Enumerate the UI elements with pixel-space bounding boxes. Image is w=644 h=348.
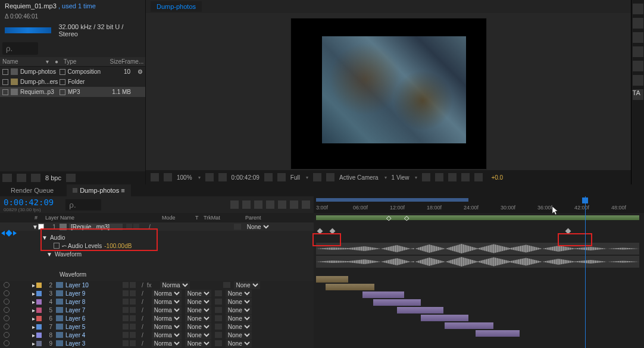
playhead[interactable] xyxy=(585,196,586,348)
trkmat[interactable]: None xyxy=(185,298,211,306)
pickwhip-icon[interactable] xyxy=(215,307,222,313)
layer-bar[interactable] xyxy=(326,284,374,290)
layer-row[interactable]: ▸3Layer 9/NormalNoneNone xyxy=(0,289,314,297)
pickwhip-icon[interactable] xyxy=(215,324,222,330)
timecode[interactable]: 0:00:42:09 xyxy=(4,197,54,207)
trkmat[interactable]: None xyxy=(185,315,211,322)
layer-row[interactable]: ▸9Layer 3/NormalNoneNone xyxy=(0,339,314,347)
viewer-tab[interactable]: Dump-photos xyxy=(151,1,202,12)
snapshot-icon[interactable] xyxy=(264,173,273,181)
keyframe-navigator[interactable] xyxy=(1,231,17,236)
layer-row[interactable]: ▸7Layer 5/NormalNoneNone xyxy=(0,322,314,331)
project-row[interactable]: Dump-photosComposition10⚙ xyxy=(0,67,145,77)
parent[interactable]: None xyxy=(226,290,252,297)
audio-icon[interactable] xyxy=(633,18,643,29)
layer-bar[interactable] xyxy=(421,315,468,321)
preview-image[interactable] xyxy=(322,36,466,143)
visibility-icon[interactable] xyxy=(4,332,10,338)
visibility-icon[interactable] xyxy=(4,299,10,305)
preview-icon[interactable] xyxy=(633,32,643,43)
parent[interactable]: None xyxy=(234,281,260,289)
char-icon[interactable]: TA xyxy=(633,89,643,100)
project-row[interactable]: Dump-ph...ersFolder xyxy=(0,77,145,87)
motion-blur-icon[interactable] xyxy=(254,200,262,209)
pixel-icon[interactable] xyxy=(422,173,430,181)
fast-prev-icon[interactable] xyxy=(435,173,443,181)
layer-row[interactable]: ▸5Layer 7/NormalNoneNone xyxy=(0,306,314,314)
visibility-icon[interactable] xyxy=(4,307,10,313)
layer-bar[interactable] xyxy=(397,307,443,313)
project-row[interactable]: Requiem..p3MP31.1 MB xyxy=(0,87,145,97)
roi-icon[interactable] xyxy=(205,173,214,181)
blend-mode[interactable]: Normal xyxy=(152,315,182,322)
mask-icon[interactable] xyxy=(164,173,172,181)
tab-dump-photos[interactable]: Dump-photos ≡ xyxy=(67,184,131,196)
zoom-level[interactable]: 100% xyxy=(177,174,192,181)
guides-icon[interactable] xyxy=(313,173,321,181)
align-icon[interactable] xyxy=(633,61,643,71)
blend-mode[interactable]: Normal xyxy=(152,323,182,331)
trkmat[interactable]: None xyxy=(185,306,211,314)
interpret-icon[interactable] xyxy=(2,174,12,182)
grid-icon[interactable] xyxy=(151,173,159,181)
view-count[interactable]: 1 View xyxy=(392,174,409,181)
effects-icon[interactable] xyxy=(633,46,643,57)
trkmat[interactable]: None xyxy=(185,331,211,339)
exposure[interactable]: +0.0 xyxy=(491,174,503,181)
layer-bar[interactable] xyxy=(316,276,348,283)
render-icon[interactable] xyxy=(474,173,483,181)
time-ruler[interactable]: 3:00f06:00f12:00f18:00f24:00f30:00f36:00… xyxy=(314,196,644,213)
tab-render-queue[interactable]: Render Queue xyxy=(5,184,60,196)
comp-duration-bar[interactable]: ◇ ◇ xyxy=(316,215,639,220)
next-key-icon[interactable] xyxy=(13,231,17,236)
visibility-icon[interactable] xyxy=(4,340,10,346)
parent-select[interactable]: None xyxy=(245,223,271,231)
parent[interactable]: None xyxy=(226,315,252,322)
pickwhip-icon[interactable] xyxy=(234,224,241,230)
channel-icon[interactable] xyxy=(277,173,286,181)
layer-bar[interactable] xyxy=(362,291,404,298)
snap-icon[interactable] xyxy=(302,200,310,209)
info-icon[interactable] xyxy=(633,4,643,14)
new-folder-icon[interactable] xyxy=(17,174,26,182)
parent[interactable]: None xyxy=(226,298,252,306)
bpc-label[interactable]: 8 bpc xyxy=(45,174,61,181)
visibility-icon[interactable] xyxy=(4,324,10,330)
visibility-icon[interactable] xyxy=(4,282,10,288)
add-key-icon[interactable] xyxy=(5,230,12,236)
trkmat[interactable]: None xyxy=(185,290,211,297)
blend-mode[interactable]: Normal xyxy=(152,298,182,306)
timeline-icon[interactable] xyxy=(448,173,457,181)
layer-bar[interactable] xyxy=(445,322,493,329)
parent[interactable]: None xyxy=(226,306,252,314)
blend-mode[interactable]: Normal xyxy=(152,306,182,314)
parent[interactable]: None xyxy=(226,340,252,347)
viewer-time[interactable]: 0:00:42:09 xyxy=(232,174,260,181)
trash-icon[interactable] xyxy=(66,174,76,182)
blend-mode[interactable]: Normal xyxy=(152,290,182,297)
layer-bar[interactable] xyxy=(373,299,421,306)
project-search[interactable] xyxy=(2,42,38,55)
dope-icon[interactable] xyxy=(290,200,298,209)
prev-key-icon[interactable] xyxy=(1,231,5,236)
blend-mode[interactable]: Normal xyxy=(152,340,182,347)
layer-row[interactable]: ▸6Layer 6/NormalNoneNone xyxy=(0,314,314,322)
timeline-track-area[interactable]: 3:00f06:00f12:00f18:00f24:00f30:00f36:00… xyxy=(314,196,644,348)
blend-mode[interactable]: Normal xyxy=(160,281,190,289)
graph-icon[interactable] xyxy=(266,200,274,209)
3d-icon[interactable] xyxy=(326,173,334,181)
timeline-search[interactable] xyxy=(65,199,101,211)
pickwhip-icon[interactable] xyxy=(223,282,230,288)
new-comp-icon[interactable] xyxy=(31,174,40,182)
transp-icon[interactable] xyxy=(218,173,227,181)
parent[interactable]: None xyxy=(226,323,252,331)
flowchart-icon[interactable] xyxy=(461,173,470,181)
work-area[interactable] xyxy=(316,198,468,202)
layer-row[interactable]: ▸2Layer 10/fxNormalNone xyxy=(0,281,314,289)
libraries-icon[interactable] xyxy=(633,75,643,86)
pickwhip-icon[interactable] xyxy=(215,299,222,305)
pickwhip-icon[interactable] xyxy=(215,340,222,346)
waveform-label[interactable]: Waveform xyxy=(55,251,82,258)
trkmat[interactable]: None xyxy=(185,340,211,347)
parent[interactable]: None xyxy=(226,331,252,339)
